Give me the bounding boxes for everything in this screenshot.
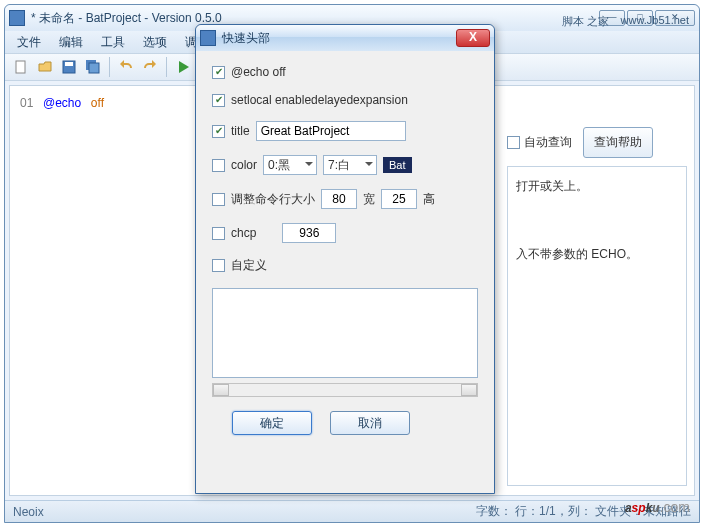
run-icon[interactable] xyxy=(173,57,193,77)
undo-icon[interactable] xyxy=(116,57,136,77)
color-preview-badge: Bat xyxy=(383,157,412,173)
dialog-icon xyxy=(200,30,216,46)
watermark: aspku.com xyxy=(625,487,690,519)
color-checkbox[interactable] xyxy=(212,159,225,172)
chcp-input[interactable] xyxy=(282,223,336,243)
line-number: 01 xyxy=(20,96,33,110)
setlocal-label: setlocal enabledelayedexpansion xyxy=(231,93,408,107)
menu-edit[interactable]: 编辑 xyxy=(51,32,91,53)
echo-arg: off xyxy=(91,96,104,110)
cancel-button[interactable]: 取消 xyxy=(330,411,410,435)
size-checkbox[interactable] xyxy=(212,193,225,206)
auto-query-checkbox[interactable] xyxy=(507,136,520,149)
color-label: color xyxy=(231,158,257,172)
size-height-input[interactable] xyxy=(381,189,417,209)
custom-checkbox[interactable] xyxy=(212,259,225,272)
horizontal-scrollbar[interactable] xyxy=(212,383,478,397)
color-bg-select[interactable]: 7:白 xyxy=(323,155,377,175)
open-file-icon[interactable] xyxy=(35,57,55,77)
dialog-close-button[interactable]: X xyxy=(456,29,490,47)
height-label: 高 xyxy=(423,191,435,208)
save-icon[interactable] xyxy=(59,57,79,77)
status-left: Neoix xyxy=(13,505,44,519)
dialog-titlebar[interactable]: 快速头部 X xyxy=(196,25,494,51)
help-text-1: 打开或关上。 xyxy=(516,175,678,198)
custom-label: 自定义 xyxy=(231,257,267,274)
size-width-input[interactable] xyxy=(321,189,357,209)
setlocal-checkbox[interactable] xyxy=(212,94,225,107)
menu-file[interactable]: 文件 xyxy=(9,32,49,53)
menu-options[interactable]: 选项 xyxy=(135,32,175,53)
echo-label: @echo off xyxy=(231,65,286,79)
site-url: www.Jb51.net xyxy=(621,14,689,26)
svg-rect-2 xyxy=(65,62,73,66)
chcp-checkbox[interactable] xyxy=(212,227,225,240)
saveall-icon[interactable] xyxy=(83,57,103,77)
new-file-icon[interactable] xyxy=(11,57,31,77)
svg-rect-4 xyxy=(89,63,99,73)
dialog-title: 快速头部 xyxy=(222,30,456,47)
statusbar: Neoix 字数： 行：1/1，列： 文件夹：未知路径 xyxy=(5,500,699,522)
title-input[interactable] xyxy=(256,121,406,141)
query-help-button[interactable]: 查询帮助 xyxy=(583,127,653,158)
echo-keyword: echo xyxy=(55,96,81,110)
echo-checkbox[interactable] xyxy=(212,66,225,79)
help-text-2: 入不带参数的 ECHO。 xyxy=(516,243,678,266)
title-label: title xyxy=(231,124,250,138)
chcp-label: chcp xyxy=(231,226,256,240)
redo-icon[interactable] xyxy=(140,57,160,77)
right-panel: 自动查询 查询帮助 打开或关上。 入不带参数的 ECHO。 xyxy=(507,125,687,486)
menu-tools[interactable]: 工具 xyxy=(93,32,133,53)
svg-rect-0 xyxy=(16,61,25,73)
color-fg-select[interactable]: 0:黑 xyxy=(263,155,317,175)
at-symbol: @ xyxy=(43,96,55,110)
auto-query-label: 自动查询 xyxy=(524,135,572,149)
site-label: 脚本 之家 xyxy=(562,14,609,29)
title-checkbox[interactable] xyxy=(212,125,225,138)
quick-header-dialog: 快速头部 X @echo off setlocal enabledelayede… xyxy=(195,24,495,494)
custom-textarea[interactable] xyxy=(212,288,478,378)
ok-button[interactable]: 确定 xyxy=(232,411,312,435)
app-icon xyxy=(9,10,25,26)
width-label: 宽 xyxy=(363,191,375,208)
size-label: 调整命令行大小 xyxy=(231,191,315,208)
